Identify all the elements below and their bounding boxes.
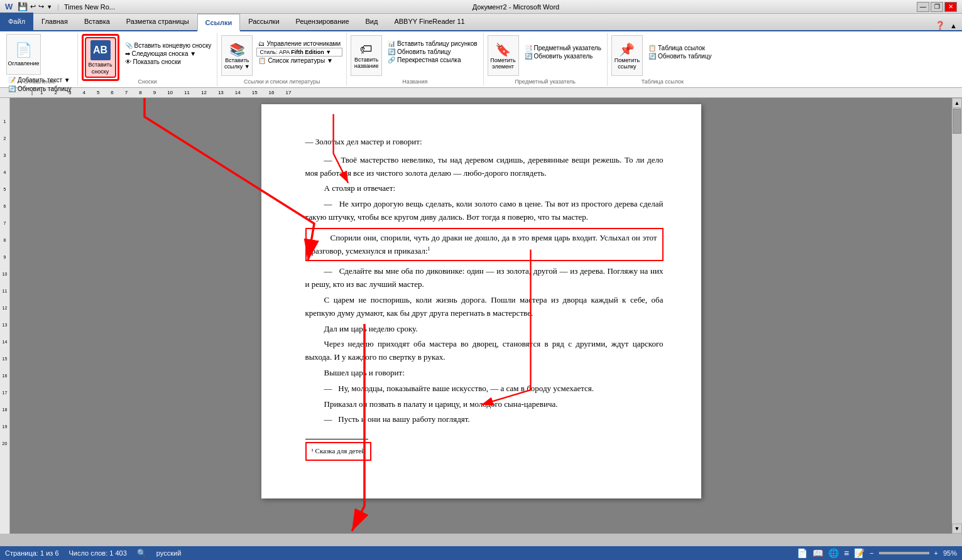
- citations-content: 📚 Вставить ссылку ▼ 🗂 Управление источни…: [221, 34, 342, 85]
- caption-icon: 🏷: [360, 42, 373, 57]
- ruler-mark: 10: [167, 90, 173, 95]
- ruler-mark: 9: [153, 90, 156, 95]
- group-index: 🔖 Пометить элемент 📑 Предметный указател…: [484, 33, 608, 86]
- insert-endnote-btn[interactable]: 📎 Вставить концевую сноску: [123, 41, 214, 50]
- lr-8: 8: [4, 238, 6, 242]
- update-table-auth-btn[interactable]: 🔄 Обновить таблицу: [647, 52, 714, 60]
- para-11: — Пусть и они на вашу работу поглядят.: [305, 413, 664, 426]
- tab-review[interactable]: Рецензирование: [288, 13, 358, 30]
- citations-right: 🗂 Управление источниками Стиль: APA Fift…: [256, 40, 342, 72]
- update-table-auth-icon: 🔄: [648, 53, 656, 60]
- close-button[interactable]: ✕: [944, 2, 957, 12]
- ribbon-tab-help: ❓ ▲: [935, 21, 962, 30]
- ribbon-tabs: Файл Главная Вставка Разметка страницы С…: [0, 14, 962, 31]
- minimize-ribbon[interactable]: ▲: [950, 22, 957, 30]
- lr-16: 16: [3, 374, 8, 378]
- bibliography-btn[interactable]: 📋 Список литературы ▼: [256, 57, 342, 65]
- para-1: — Твоё мастерство невелико, ты над дерев…: [305, 154, 664, 180]
- group-toc: 📄 Оглавление 📝 Добавить текст ▼ 🔄 Обнови…: [3, 33, 78, 86]
- ruler-mark: 5: [97, 90, 99, 95]
- lr-15: 15: [3, 357, 8, 361]
- scroll-down-button[interactable]: ▼: [952, 524, 962, 534]
- spell-check-icon[interactable]: 🔍: [137, 549, 146, 557]
- tab-page-layout[interactable]: Разметка страницы: [118, 13, 197, 30]
- update-index-btn[interactable]: 🔄 Обновить указатель: [523, 52, 603, 60]
- help-icon[interactable]: ❓: [935, 21, 945, 30]
- zoom-level[interactable]: 95%: [943, 549, 957, 557]
- insert-footnote-button[interactable]: AB Вставитьсноску: [85, 37, 116, 78]
- manage-source-btn[interactable]: 🗂 Управление источниками: [256, 40, 342, 48]
- insert-index-btn[interactable]: 📑 Предметный указатель: [523, 44, 603, 52]
- footnote-separator: [305, 439, 368, 439]
- style-dropdown[interactable]: Стиль: APA Fifth Edition ▼: [256, 48, 342, 57]
- group-captions-label: Названия: [347, 78, 483, 85]
- zoom-out-icon[interactable]: −: [870, 549, 873, 557]
- view-outline-icon[interactable]: ≡: [844, 548, 849, 558]
- lr-4: 4: [4, 170, 6, 175]
- scroll-up-button[interactable]: ▲: [952, 98, 962, 108]
- toc-icon: 📄: [15, 42, 32, 58]
- right-scrollbar[interactable]: ▲ ▼: [952, 98, 962, 534]
- tab-mailings[interactable]: Рассылки: [240, 13, 287, 30]
- quick-redo[interactable]: ↪: [38, 3, 44, 11]
- document-area: 1 2 3 4 5 6 7 8 9 10 11 12 13 14 15 16 1…: [0, 98, 962, 534]
- endnote-icon: 📎: [125, 42, 133, 49]
- tab-file[interactable]: Файл: [0, 13, 33, 30]
- ruler-mark: 6: [111, 90, 113, 95]
- quick-undo[interactable]: ↩: [30, 3, 36, 11]
- word-icon: W: [5, 2, 13, 11]
- tab-insert[interactable]: Вставка: [76, 13, 118, 30]
- restore-button[interactable]: ❐: [931, 2, 943, 12]
- footnote-text: ¹ Сказка для детей: [312, 447, 366, 455]
- scrollbar-track[interactable]: [952, 108, 962, 524]
- update-table-btn[interactable]: 🔄 Обновить таблицу: [6, 85, 74, 93]
- document-page[interactable]: — Золотых дел мастер и говорит: — Твоё м…: [261, 104, 701, 498]
- view-read-icon[interactable]: 📖: [812, 548, 823, 558]
- style-label: Стиль: APA Fifth Edition ▼: [260, 49, 331, 55]
- title-bar: W 💾 ↩ ↪ ▼ | Times New Ro... Документ2 - …: [0, 0, 962, 14]
- cross-ref-btn[interactable]: 🔗 Перекрестная ссылка: [386, 56, 479, 64]
- view-print-icon[interactable]: 📄: [797, 548, 807, 558]
- insert-table-figures-btn[interactable]: 📊 Вставить таблицу рисунков: [386, 40, 479, 48]
- quick-customize[interactable]: ▼: [46, 4, 52, 10]
- bibliography-icon: 📋: [258, 57, 266, 64]
- group-captions: 🏷 Вставить название 📊 Вставить таблицу р…: [347, 33, 483, 86]
- para-2: А столяр и отвечает:: [305, 182, 664, 195]
- scrollbar-thumb[interactable]: [953, 109, 961, 134]
- zoom-in-icon[interactable]: +: [934, 549, 938, 557]
- para-4: — Сделайте вы мне оба по диковинке: один…: [305, 265, 664, 291]
- index-right: 📑 Предметный указатель 🔄 Обновить указат…: [523, 44, 603, 68]
- lr-14: 14: [3, 340, 8, 344]
- update-table2-btn[interactable]: 🔄 Обновить таблицу: [386, 48, 479, 56]
- tab-references[interactable]: Ссылки: [197, 14, 241, 31]
- zoom-slider[interactable]: [879, 552, 929, 554]
- group-citations-label: Ссылки и списки литературы: [217, 78, 346, 85]
- manage-icon: 🗂: [258, 40, 265, 47]
- tab-view[interactable]: Вид: [358, 13, 386, 30]
- ruler: | 1 2 3 4 5 6 7 8 9 10 11 12 13 14 15 16…: [0, 88, 962, 98]
- tab-home[interactable]: Главная: [33, 13, 76, 30]
- show-notes-btn[interactable]: 👁 Показать сноски: [123, 58, 214, 66]
- next-footnote-btn[interactable]: ➡ Следующая сноска ▼: [123, 50, 214, 58]
- toc-button-large[interactable]: 📄 Оглавление: [6, 34, 41, 75]
- ab-icon: AB: [90, 40, 111, 60]
- view-web-icon[interactable]: 🌐: [828, 548, 839, 558]
- doc-scroll[interactable]: — Золотых дел мастер и говорит: — Твоё м…: [10, 98, 952, 534]
- group-toc-label: Оглавление: [3, 78, 77, 85]
- view-draft-icon[interactable]: 📝: [854, 548, 865, 558]
- language[interactable]: русский: [156, 549, 181, 557]
- footnote-ref: 1: [428, 245, 430, 251]
- lr-10: 10: [3, 272, 8, 276]
- ruler-mark: 16: [269, 90, 275, 95]
- lr-17: 17: [3, 390, 8, 395]
- lr-12: 12: [3, 306, 8, 310]
- ruler-mark: 15: [252, 90, 258, 95]
- app-name: Times New Ro...: [64, 3, 115, 11]
- lr-18: 18: [3, 407, 8, 412]
- tab-abbyy[interactable]: ABBYY FineReader 11: [386, 13, 473, 30]
- minimize-button[interactable]: —: [917, 2, 929, 12]
- insert-table-auth-btn[interactable]: 📋 Таблица ссылок: [647, 44, 714, 52]
- update-icon: 🔄: [8, 85, 16, 92]
- lr-20: 20: [3, 441, 8, 446]
- quick-save[interactable]: 💾: [18, 2, 28, 11]
